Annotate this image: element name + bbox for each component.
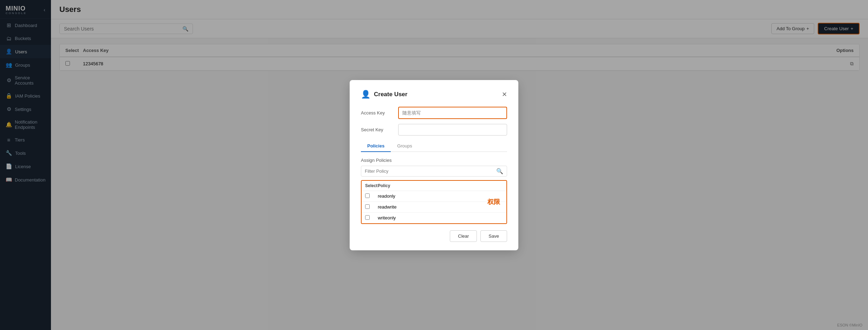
policy-checkbox-col-1[interactable] xyxy=(365,204,378,210)
policy-checkbox-col-2[interactable] xyxy=(365,215,378,221)
policy-search[interactable]: 🔍 xyxy=(361,166,507,177)
policy-name-1: readwrite xyxy=(378,204,503,210)
policy-checkbox-col-0[interactable] xyxy=(365,193,378,199)
policy-col-select: Select xyxy=(365,183,378,188)
modal-title: Create User xyxy=(374,91,407,98)
policy-table-header: Select Policy xyxy=(362,181,506,191)
access-key-row: Access Key xyxy=(361,107,507,119)
save-button[interactable]: Save xyxy=(480,230,507,242)
policy-name-0: readonly xyxy=(378,193,503,199)
modal-footer: Clear Save xyxy=(361,230,507,242)
modal-header: 👤 Create User ✕ xyxy=(361,90,507,99)
access-key-label: Access Key xyxy=(361,110,393,116)
policy-row-writeonly: writeonly xyxy=(362,213,506,223)
policy-scroll: readonly readwrite writeonly xyxy=(362,191,506,223)
policy-filter-input[interactable] xyxy=(365,169,494,174)
access-key-input[interactable] xyxy=(398,107,507,119)
secret-key-input[interactable] xyxy=(398,124,507,136)
policy-checkbox-0[interactable] xyxy=(365,193,370,198)
policy-col-policy: Policy xyxy=(378,183,503,188)
policy-section: Select Policy readonly readwrite xyxy=(361,180,507,224)
permissions-note: 权限 xyxy=(487,198,500,206)
modal-overlay[interactable]: 👤 Create User ✕ Access Key Secret Key Po… xyxy=(0,0,868,330)
clear-button[interactable]: Clear xyxy=(450,230,477,242)
policy-search-icon: 🔍 xyxy=(496,168,503,174)
modal-title-row: 👤 Create User xyxy=(361,90,407,99)
modal-close-button[interactable]: ✕ xyxy=(502,91,507,98)
policy-table: Select Policy readonly readwrite xyxy=(361,180,507,224)
tab-policies[interactable]: Policies xyxy=(361,140,391,152)
tab-groups[interactable]: Groups xyxy=(391,140,419,152)
assign-policies-label: Assign Policies xyxy=(361,158,507,163)
policy-checkbox-1[interactable] xyxy=(365,204,370,209)
policy-row-readonly: readonly xyxy=(362,191,506,202)
secret-key-row: Secret Key xyxy=(361,124,507,136)
create-user-modal: 👤 Create User ✕ Access Key Secret Key Po… xyxy=(350,80,518,250)
policy-checkbox-2[interactable] xyxy=(365,215,370,220)
modal-tabs: Policies Groups xyxy=(361,140,507,152)
secret-key-label: Secret Key xyxy=(361,127,393,132)
modal-user-icon: 👤 xyxy=(361,90,370,99)
policy-name-2: writeonly xyxy=(378,215,503,220)
policy-row-readwrite: readwrite xyxy=(362,202,506,213)
